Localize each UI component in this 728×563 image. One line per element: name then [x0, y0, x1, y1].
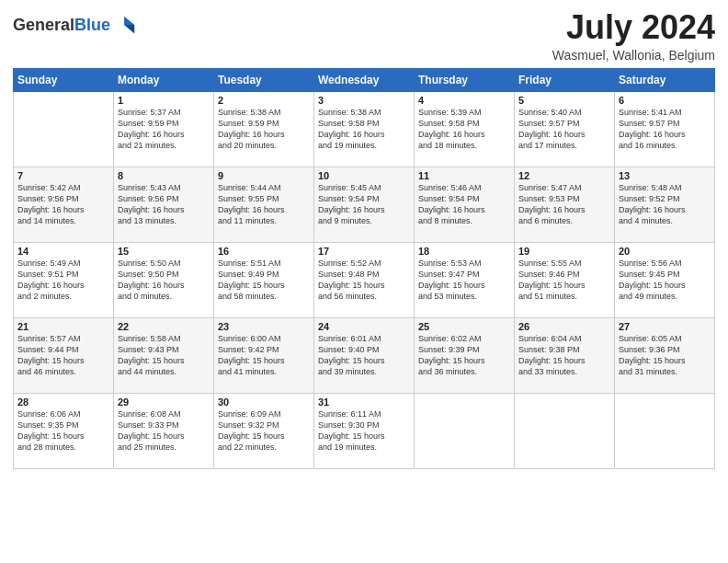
- calendar-cell: 9Sunrise: 5:44 AMSunset: 9:55 PMDaylight…: [214, 167, 314, 242]
- day-info: Sunrise: 6:04 AMSunset: 9:38 PMDaylight:…: [518, 333, 610, 378]
- calendar-header-row: SundayMondayTuesdayWednesdayThursdayFrid…: [14, 68, 715, 91]
- day-info: Sunrise: 6:06 AMSunset: 9:35 PMDaylight:…: [17, 408, 109, 454]
- calendar-cell: 12Sunrise: 5:47 AMSunset: 9:53 PMDayligh…: [515, 167, 615, 242]
- day-info: Sunrise: 6:01 AMSunset: 9:40 PMDaylight:…: [318, 333, 410, 378]
- day-info: Sunrise: 6:08 AMSunset: 9:33 PMDaylight:…: [118, 408, 210, 454]
- calendar-week-5: 28Sunrise: 6:06 AMSunset: 9:35 PMDayligh…: [14, 393, 715, 468]
- day-info: Sunrise: 5:41 AMSunset: 9:57 PMDaylight:…: [619, 107, 711, 152]
- calendar-cell: 14Sunrise: 5:49 AMSunset: 9:51 PMDayligh…: [14, 242, 114, 317]
- calendar-cell: [615, 393, 715, 468]
- day-number: 24: [318, 321, 410, 332]
- logo-general: General: [13, 16, 74, 34]
- calendar-table: SundayMondayTuesdayWednesdayThursdayFrid…: [13, 68, 715, 469]
- calendar-cell: 2Sunrise: 5:38 AMSunset: 9:59 PMDaylight…: [214, 91, 314, 167]
- calendar-header-friday: Friday: [515, 68, 615, 91]
- day-info: Sunrise: 5:47 AMSunset: 9:53 PMDaylight:…: [518, 182, 610, 227]
- day-info: Sunrise: 5:46 AMSunset: 9:54 PMDaylight:…: [418, 182, 510, 227]
- day-info: Sunrise: 5:53 AMSunset: 9:47 PMDaylight:…: [418, 258, 510, 303]
- calendar-cell: 5Sunrise: 5:40 AMSunset: 9:57 PMDaylight…: [515, 91, 615, 167]
- calendar-cell: 23Sunrise: 6:00 AMSunset: 9:42 PMDayligh…: [214, 317, 314, 393]
- day-info: Sunrise: 5:50 AMSunset: 9:50 PMDaylight:…: [118, 258, 210, 303]
- day-number: 2: [218, 95, 310, 106]
- calendar-header-sunday: Sunday: [14, 68, 114, 91]
- day-info: Sunrise: 5:56 AMSunset: 9:45 PMDaylight:…: [619, 258, 711, 303]
- logo-icon: [112, 13, 138, 39]
- day-number: 22: [118, 321, 210, 332]
- calendar-week-1: 1Sunrise: 5:37 AMSunset: 9:59 PMDaylight…: [14, 91, 715, 167]
- day-number: 1: [118, 95, 210, 106]
- location: Wasmuel, Wallonia, Belgium: [552, 48, 715, 63]
- calendar-header-tuesday: Tuesday: [214, 68, 314, 91]
- day-info: Sunrise: 5:37 AMSunset: 9:59 PMDaylight:…: [118, 107, 210, 152]
- day-number: 28: [17, 396, 109, 408]
- calendar-cell: 4Sunrise: 5:39 AMSunset: 9:58 PMDaylight…: [415, 91, 515, 167]
- calendar-cell: 1Sunrise: 5:37 AMSunset: 9:59 PMDaylight…: [114, 91, 214, 167]
- day-info: Sunrise: 6:00 AMSunset: 9:42 PMDaylight:…: [218, 333, 310, 378]
- day-number: 9: [218, 170, 310, 181]
- calendar-cell: 6Sunrise: 5:41 AMSunset: 9:57 PMDaylight…: [615, 91, 715, 167]
- logo-text: GeneralBlue: [13, 17, 110, 35]
- page-header: GeneralBlue July 2024 Wasmuel, Wallonia,…: [13, 9, 715, 63]
- day-number: 4: [418, 95, 510, 106]
- calendar-cell: 13Sunrise: 5:48 AMSunset: 9:52 PMDayligh…: [615, 167, 715, 242]
- calendar-cell: 19Sunrise: 5:55 AMSunset: 9:46 PMDayligh…: [515, 242, 615, 317]
- day-info: Sunrise: 6:05 AMSunset: 9:36 PMDaylight:…: [619, 333, 711, 378]
- day-number: 7: [17, 170, 109, 181]
- day-number: 14: [17, 246, 109, 257]
- day-number: 26: [518, 321, 610, 332]
- day-info: Sunrise: 6:11 AMSunset: 9:30 PMDaylight:…: [318, 408, 410, 454]
- day-info: Sunrise: 5:58 AMSunset: 9:43 PMDaylight:…: [118, 333, 210, 378]
- day-info: Sunrise: 5:39 AMSunset: 9:58 PMDaylight:…: [418, 107, 510, 152]
- calendar-cell: 31Sunrise: 6:11 AMSunset: 9:30 PMDayligh…: [314, 393, 415, 468]
- day-info: Sunrise: 6:02 AMSunset: 9:39 PMDaylight:…: [418, 333, 510, 378]
- day-number: 11: [418, 170, 510, 181]
- day-info: Sunrise: 5:52 AMSunset: 9:48 PMDaylight:…: [318, 258, 410, 303]
- day-number: 6: [619, 95, 711, 106]
- day-number: 3: [318, 95, 410, 106]
- calendar-cell: 16Sunrise: 5:51 AMSunset: 9:49 PMDayligh…: [214, 242, 314, 317]
- calendar-cell: 15Sunrise: 5:50 AMSunset: 9:50 PMDayligh…: [114, 242, 214, 317]
- day-info: Sunrise: 5:40 AMSunset: 9:57 PMDaylight:…: [518, 107, 610, 152]
- day-info: Sunrise: 5:45 AMSunset: 9:54 PMDaylight:…: [318, 182, 410, 227]
- day-info: Sunrise: 5:51 AMSunset: 9:49 PMDaylight:…: [218, 258, 310, 303]
- calendar-cell: 10Sunrise: 5:45 AMSunset: 9:54 PMDayligh…: [314, 167, 415, 242]
- calendar-cell: 8Sunrise: 5:43 AMSunset: 9:56 PMDaylight…: [114, 167, 214, 242]
- calendar-header-thursday: Thursday: [415, 68, 515, 91]
- calendar-cell: 24Sunrise: 6:01 AMSunset: 9:40 PMDayligh…: [314, 317, 415, 393]
- logo: GeneralBlue: [13, 13, 138, 39]
- calendar-cell: 18Sunrise: 5:53 AMSunset: 9:47 PMDayligh…: [415, 242, 515, 317]
- calendar-cell: 30Sunrise: 6:09 AMSunset: 9:32 PMDayligh…: [214, 393, 314, 468]
- calendar-cell: 22Sunrise: 5:58 AMSunset: 9:43 PMDayligh…: [114, 317, 214, 393]
- day-number: 10: [318, 170, 410, 181]
- day-number: 18: [418, 246, 510, 257]
- calendar-header-wednesday: Wednesday: [314, 68, 415, 91]
- day-number: 12: [518, 170, 610, 181]
- day-number: 8: [118, 170, 210, 181]
- day-number: 25: [418, 321, 510, 332]
- calendar-week-2: 7Sunrise: 5:42 AMSunset: 9:56 PMDaylight…: [14, 167, 715, 242]
- month-title: July 2024: [552, 9, 715, 46]
- calendar-cell: [515, 393, 615, 468]
- calendar-cell: 21Sunrise: 5:57 AMSunset: 9:44 PMDayligh…: [14, 317, 114, 393]
- day-number: 17: [318, 246, 410, 257]
- calendar-cell: 20Sunrise: 5:56 AMSunset: 9:45 PMDayligh…: [615, 242, 715, 317]
- calendar-week-4: 21Sunrise: 5:57 AMSunset: 9:44 PMDayligh…: [14, 317, 715, 393]
- title-block: July 2024 Wasmuel, Wallonia, Belgium: [552, 9, 715, 63]
- day-number: 23: [218, 321, 310, 332]
- calendar-header-monday: Monday: [114, 68, 214, 91]
- calendar-week-3: 14Sunrise: 5:49 AMSunset: 9:51 PMDayligh…: [14, 242, 715, 317]
- calendar-cell: [14, 91, 114, 167]
- day-info: Sunrise: 5:48 AMSunset: 9:52 PMDaylight:…: [619, 182, 711, 227]
- day-info: Sunrise: 5:38 AMSunset: 9:58 PMDaylight:…: [318, 107, 410, 152]
- day-info: Sunrise: 5:57 AMSunset: 9:44 PMDaylight:…: [17, 333, 109, 378]
- day-info: Sunrise: 5:55 AMSunset: 9:46 PMDaylight:…: [518, 258, 610, 303]
- day-number: 5: [518, 95, 610, 106]
- day-number: 20: [619, 246, 711, 257]
- calendar-cell: [415, 393, 515, 468]
- day-info: Sunrise: 5:42 AMSunset: 9:56 PMDaylight:…: [17, 182, 109, 227]
- day-number: 21: [17, 321, 109, 332]
- calendar-cell: 7Sunrise: 5:42 AMSunset: 9:56 PMDaylight…: [14, 167, 114, 242]
- calendar-cell: 25Sunrise: 6:02 AMSunset: 9:39 PMDayligh…: [415, 317, 515, 393]
- day-info: Sunrise: 5:38 AMSunset: 9:59 PMDaylight:…: [218, 107, 310, 152]
- calendar-cell: 29Sunrise: 6:08 AMSunset: 9:33 PMDayligh…: [114, 393, 214, 468]
